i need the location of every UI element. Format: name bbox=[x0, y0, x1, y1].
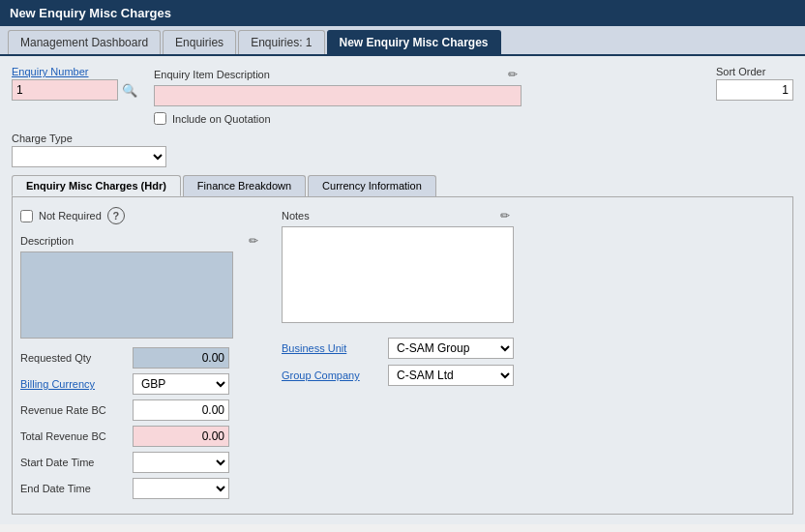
start-date-time-row: Start Date Time bbox=[20, 452, 262, 473]
billing-currency-row: Billing Currency GBP bbox=[20, 373, 262, 395]
enquiry-item-desc-edit-icon[interactable]: ✏ bbox=[504, 66, 522, 83]
enquiry-number-input-row: 🔍 bbox=[12, 79, 138, 101]
tab-new-enquiry-misc-charges[interactable]: New Enquiry Misc Charges bbox=[327, 30, 501, 54]
enquiry-number-group: Enquiry Number 🔍 bbox=[12, 66, 138, 101]
include-quotation-label: Include on Quotation bbox=[172, 113, 271, 125]
description-textarea[interactable] bbox=[20, 251, 233, 339]
business-unit-row: Business Unit C-SAM Group bbox=[282, 338, 785, 359]
group-company-label[interactable]: Group Company bbox=[282, 369, 378, 381]
top-form-row: Enquiry Number 🔍 Enquiry Item Descriptio… bbox=[12, 66, 793, 125]
section-tab-finance[interactable]: Finance Breakdown bbox=[183, 175, 306, 196]
title-text: New Enquiry Misc Charges bbox=[10, 6, 171, 20]
sort-order-label: Sort Order bbox=[716, 66, 793, 77]
group-company-row: Group Company C-SAM Ltd bbox=[282, 365, 785, 386]
description-header: Description ✏ bbox=[20, 232, 262, 250]
end-date-time-label: End Date Time bbox=[20, 483, 127, 494]
not-required-checkbox[interactable] bbox=[20, 210, 33, 222]
description-label: Description bbox=[20, 235, 74, 247]
start-date-time-select[interactable] bbox=[133, 452, 229, 473]
total-revenue-bc-label: Total Revenue BC bbox=[20, 430, 127, 442]
enquiry-number-search-icon[interactable]: 🔍 bbox=[121, 81, 138, 99]
sort-order-input[interactable] bbox=[716, 79, 793, 101]
revenue-rate-bc-input[interactable] bbox=[133, 399, 229, 421]
include-quotation-row: Include on Quotation bbox=[154, 112, 522, 125]
charge-type-select[interactable] bbox=[12, 146, 166, 167]
help-icon[interactable]: ? bbox=[107, 207, 125, 224]
right-column: Notes ✏ Business Unit C-SAM Group Group … bbox=[282, 207, 785, 392]
revenue-rate-bc-row: Revenue Rate BC bbox=[20, 399, 262, 421]
revenue-rate-bc-label: Revenue Rate BC bbox=[20, 404, 127, 416]
enquiry-item-desc-input[interactable] bbox=[154, 85, 522, 106]
charge-type-group: Charge Type bbox=[12, 133, 166, 167]
enquiry-number-input[interactable] bbox=[12, 79, 118, 101]
billing-currency-label[interactable]: Billing Currency bbox=[20, 378, 127, 390]
notes-label: Notes bbox=[282, 210, 310, 222]
section-main-row: Not Required ? Description ✏ Requested Q… bbox=[20, 207, 785, 504]
charge-type-row: Charge Type bbox=[12, 133, 793, 167]
group-company-select[interactable]: C-SAM Ltd bbox=[388, 365, 514, 386]
description-edit-icon[interactable]: ✏ bbox=[245, 232, 262, 250]
charge-type-label: Charge Type bbox=[12, 133, 166, 144]
enquiry-number-label[interactable]: Enquiry Number bbox=[12, 66, 138, 77]
enquiry-item-desc-group: Enquiry Item Description ✏ Include on Qu… bbox=[154, 66, 522, 125]
section-content: Not Required ? Description ✏ Requested Q… bbox=[12, 197, 793, 515]
business-unit-label[interactable]: Business Unit bbox=[282, 342, 378, 354]
end-date-time-select[interactable] bbox=[133, 478, 229, 499]
section-tab-currency[interactable]: Currency Information bbox=[308, 175, 436, 196]
requested-qty-row: Requested Qty bbox=[20, 347, 262, 369]
end-date-time-row: End Date Time bbox=[20, 478, 262, 499]
not-required-label: Not Required bbox=[39, 210, 102, 222]
section-tab-hdr[interactable]: Enquiry Misc Charges (Hdr) bbox=[12, 175, 181, 196]
total-revenue-bc-input[interactable] bbox=[133, 426, 229, 447]
tab-bar: Management Dashboard Enquiries Enquiries… bbox=[0, 26, 805, 56]
business-rows: Business Unit C-SAM Group Group Company … bbox=[282, 338, 785, 386]
billing-currency-select[interactable]: GBP bbox=[133, 373, 229, 395]
requested-qty-input[interactable] bbox=[133, 347, 229, 369]
notes-header: Notes ✏ bbox=[282, 207, 514, 224]
sort-order-group: Sort Order bbox=[716, 66, 793, 101]
notes-edit-icon[interactable]: ✏ bbox=[496, 207, 514, 224]
section-tabs: Enquiry Misc Charges (Hdr) Finance Break… bbox=[12, 175, 793, 197]
title-bar: New Enquiry Misc Charges bbox=[0, 0, 805, 26]
total-revenue-bc-row: Total Revenue BC bbox=[20, 426, 262, 447]
notes-textarea[interactable] bbox=[282, 226, 514, 323]
left-column: Not Required ? Description ✏ Requested Q… bbox=[20, 207, 262, 504]
data-rows: Requested Qty Billing Currency GBP Reven… bbox=[20, 347, 262, 499]
tab-enquiries[interactable]: Enquiries bbox=[163, 30, 236, 54]
include-quotation-checkbox[interactable] bbox=[154, 112, 166, 125]
business-unit-select[interactable]: C-SAM Group bbox=[388, 338, 514, 359]
not-required-row: Not Required ? bbox=[20, 207, 262, 224]
enquiry-item-desc-label: Enquiry Item Description bbox=[154, 69, 270, 80]
tab-enquiries-1[interactable]: Enquiries: 1 bbox=[238, 30, 324, 54]
requested-qty-label: Requested Qty bbox=[20, 352, 127, 364]
tab-management-dashboard[interactable]: Management Dashboard bbox=[8, 30, 161, 54]
main-content: Enquiry Number 🔍 Enquiry Item Descriptio… bbox=[0, 56, 805, 524]
start-date-time-label: Start Date Time bbox=[20, 457, 127, 468]
